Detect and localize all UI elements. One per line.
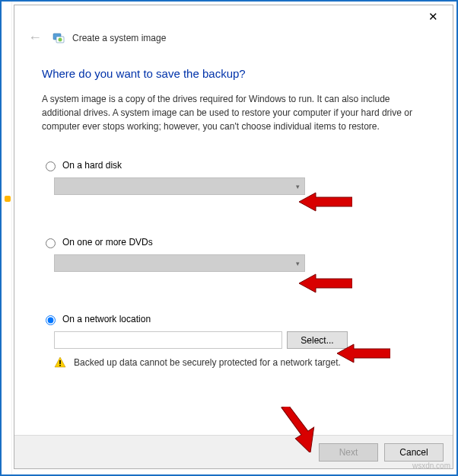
button-bar: Next Cancel (14, 435, 453, 468)
radio-label-hard-disk: On a hard disk (62, 160, 122, 171)
content-area: Where do you want to save the backup? A … (14, 47, 453, 384)
radio-row-dvd[interactable]: On one or more DVDs (42, 236, 425, 248)
svg-rect-5 (59, 365, 61, 366)
dropdown-hard-disk[interactable]: ▾ (54, 177, 305, 195)
cancel-button-label: Cancel (399, 447, 428, 458)
back-arrow-icon: ← (28, 30, 42, 45)
strip-marker (5, 196, 11, 202)
system-image-icon (52, 32, 65, 44)
chevron-down-icon: ▾ (296, 183, 300, 190)
warning-text: Backed up data cannot be securely protec… (74, 357, 341, 368)
description-text: A system image is a copy of the drives r… (42, 92, 425, 133)
network-path-input[interactable] (54, 331, 282, 349)
option-dvd: On one or more DVDs ▾ (42, 236, 425, 272)
svg-point-2 (59, 37, 62, 41)
select-button[interactable]: Select... (287, 331, 348, 349)
left-strip (2, 2, 12, 474)
next-button-label: Next (339, 447, 358, 458)
radio-network[interactable] (46, 315, 56, 325)
dropdown-dvd[interactable]: ▾ (54, 254, 305, 272)
dialog-window: ✕ ← Create a system image Where do you w… (14, 5, 453, 469)
header-row: ← Create a system image (14, 28, 453, 47)
option-network: On a network location Select... Backed u… (42, 313, 425, 369)
select-button-label: Select... (301, 335, 333, 346)
back-button[interactable]: ← (25, 28, 45, 47)
option-hard-disk: On a hard disk ▾ (42, 159, 425, 195)
warning-icon (54, 356, 66, 369)
header-title: Create a system image (72, 33, 166, 43)
close-button[interactable]: ✕ (418, 7, 448, 27)
svg-rect-4 (59, 360, 61, 364)
page-heading: Where do you want to save the backup? (42, 67, 425, 80)
chevron-down-icon: ▾ (296, 260, 300, 267)
close-icon: ✕ (428, 10, 438, 24)
radio-row-network[interactable]: On a network location (42, 313, 425, 325)
warning-row: Backed up data cannot be securely protec… (54, 356, 425, 369)
cancel-button[interactable]: Cancel (384, 443, 444, 462)
radio-dvd[interactable] (46, 238, 56, 248)
watermark: wsxdn.com (412, 462, 450, 470)
radio-row-hard-disk[interactable]: On a hard disk (42, 159, 425, 171)
radio-label-network: On a network location (62, 314, 151, 324)
radio-hard-disk[interactable] (46, 161, 56, 171)
radio-label-dvd: On one or more DVDs (62, 237, 153, 248)
next-button[interactable]: Next (319, 443, 378, 462)
titlebar: ✕ (14, 5, 453, 28)
network-row: Select... (54, 331, 425, 349)
